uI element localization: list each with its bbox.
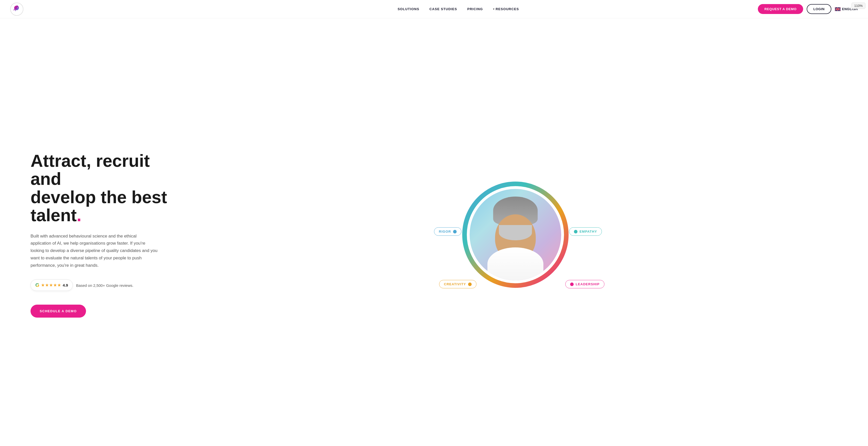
hero-content: Attract, recruit and develop the best ta… (31, 152, 173, 318)
creativity-label: CREATIVITY (444, 282, 466, 286)
login-button[interactable]: LOGIN (807, 4, 831, 14)
body (488, 247, 544, 281)
rating-score: 4.9 (63, 283, 68, 287)
talent-diagram: RIGOR EMPATHY CREATIVITY LEADERSHIP (454, 174, 577, 296)
hero-section: Attract, recruit and develop the best ta… (0, 18, 868, 446)
request-demo-button[interactable]: REQUEST A DEMO (758, 4, 803, 14)
trait-creativity: CREATIVITY (439, 280, 476, 288)
nav-resources[interactable]: ▾ RESOURCES (493, 7, 519, 11)
leadership-label: LEADERSHIP (576, 282, 599, 286)
nav-pricing[interactable]: PRICING (467, 7, 483, 11)
hero-diagram: RIGOR EMPATHY CREATIVITY LEADERSHIP (183, 171, 848, 298)
nav-solutions[interactable]: SOLUTIONS (398, 7, 419, 11)
beard (499, 225, 532, 240)
leadership-dot (570, 283, 574, 286)
trait-leadership: LEADERSHIP (565, 280, 604, 288)
rating-text: Based on 2,500+ Google reviews. (76, 283, 133, 288)
trait-rigor: RIGOR (434, 227, 462, 236)
person-face (480, 199, 551, 281)
hero-description: Built with advanced behavioural science … (31, 233, 158, 269)
logo[interactable] (10, 3, 23, 16)
creativity-dot (468, 283, 472, 286)
svg-point-1 (18, 7, 18, 8)
schedule-demo-button[interactable]: SCHEDULE A DEMO (31, 305, 86, 318)
person-avatar (470, 189, 561, 281)
rigor-dot (453, 230, 457, 233)
logo-circle (10, 3, 23, 16)
google-rating: G ★★★★★ 4.9 (31, 280, 73, 291)
nav-actions: REQUEST A DEMO LOGIN ENGLISH (758, 4, 858, 14)
flag-icon (835, 7, 840, 11)
empathy-dot (574, 230, 578, 233)
trait-empathy: EMPATHY (569, 227, 602, 236)
logo-horse-icon (12, 4, 22, 14)
star-rating: ★★★★★ (41, 283, 61, 288)
google-g-icon: G (35, 282, 39, 288)
zoom-badge: 110% (851, 3, 865, 9)
navbar: SOLUTIONS CASE STUDIES PRICING ▾ RESOURC… (0, 0, 868, 18)
chevron-down-icon: ▾ (493, 8, 495, 10)
hero-title: Attract, recruit and develop the best ta… (31, 152, 173, 225)
nav-case-studies[interactable]: CASE STUDIES (429, 7, 457, 11)
empathy-label: EMPATHY (580, 230, 597, 233)
nav-links: SOLUTIONS CASE STUDIES PRICING ▾ RESOURC… (398, 7, 519, 11)
rigor-label: RIGOR (439, 230, 451, 233)
